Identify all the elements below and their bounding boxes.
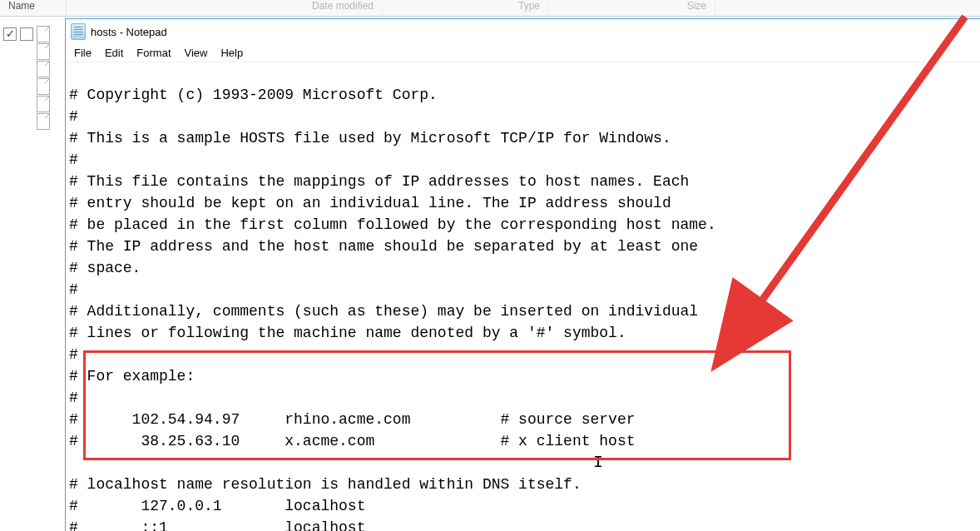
list-item[interactable] — [0, 60, 67, 77]
editor-line: # ::1 localhost — [69, 519, 365, 531]
file-icon — [37, 78, 50, 95]
editor-line: # be placed in the first column followed… — [69, 216, 716, 233]
annotation-arrow-icon — [682, 8, 980, 375]
file-icon — [37, 26, 50, 42]
editor-line: # For example: — [69, 368, 195, 385]
menu-view[interactable]: View — [178, 45, 215, 61]
editor-line: # — [69, 390, 78, 406]
menu-help[interactable]: Help — [214, 45, 250, 61]
svg-line-1 — [724, 17, 965, 354]
menu-format[interactable]: Format — [130, 45, 177, 61]
list-item[interactable] — [0, 77, 67, 95]
file-icon — [37, 61, 50, 77]
editor-line: # — [69, 108, 78, 125]
file-icon — [37, 96, 50, 112]
editor-line: # Copyright (c) 1993-2009 Microsoft Corp… — [69, 87, 438, 103]
file-icon — [37, 113, 50, 130]
notepad-icon — [71, 23, 86, 40]
editor-line: # 38.25.63.10 x.acme.com # x client host — [69, 433, 636, 449]
editor-line: # localhost name resolution is handled w… — [69, 476, 582, 493]
menu-edit[interactable]: Edit — [98, 45, 130, 61]
editor-line: # — [69, 346, 78, 363]
editor-line: # This file contains the mappings of IP … — [69, 173, 689, 190]
editor-line: # 127.0.0.1 localhost — [69, 498, 365, 514]
editor-line: # — [69, 151, 78, 168]
list-item[interactable] — [0, 95, 67, 112]
header-date[interactable]: Date modified — [67, 0, 383, 16]
file-icon — [37, 43, 50, 60]
header-type[interactable]: Type — [383, 0, 549, 16]
editor-line: # Additionally, comments (such as these)… — [69, 303, 698, 320]
editor-line: # 102.54.94.97 rhino.acme.com # source s… — [69, 411, 636, 428]
editor-line: # The IP address and the host name shoul… — [69, 238, 698, 255]
list-item[interactable]: ✓ — [0, 25, 67, 42]
menu-file[interactable]: File — [67, 45, 98, 61]
list-item[interactable] — [0, 42, 67, 60]
window-title: hosts - Notepad — [91, 26, 167, 38]
editor-line: # space. — [69, 260, 141, 276]
checkbox-icon[interactable]: ✓ — [3, 27, 17, 41]
editor-line: # lines or following the machine name de… — [69, 325, 626, 341]
checkbox-icon[interactable] — [20, 27, 33, 41]
editor-line: # entry should be kept on an individual … — [69, 195, 671, 211]
editor-line: # — [69, 281, 78, 298]
explorer-file-column: ✓ — [0, 5, 67, 130]
text-cursor-icon: I — [593, 452, 603, 474]
list-item[interactable] — [0, 112, 67, 130]
editor-line: # This is a sample HOSTS file used by Mi… — [69, 130, 671, 146]
